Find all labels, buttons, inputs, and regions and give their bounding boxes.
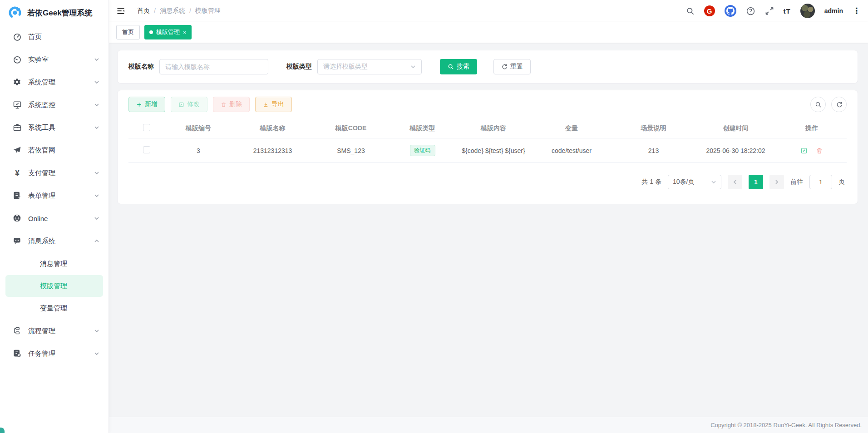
cell-variables: code/test/user xyxy=(531,138,612,163)
tag-label: 模版管理 xyxy=(156,28,180,36)
sidebar-item-tasks[interactable]: 任务管理 xyxy=(0,342,108,365)
show-search-button[interactable] xyxy=(810,97,826,112)
sidebar-item-label: 实验室 xyxy=(28,55,88,64)
sidebar-item-message-system[interactable]: 消息系统 xyxy=(0,230,108,252)
toolbox-icon xyxy=(13,123,22,132)
table-header-row: 模版编号 模版名称 模版CODE 模版类型 模版内容 变量 场景说明 创建时间 … xyxy=(128,118,847,138)
gear-icon xyxy=(13,78,22,87)
tag-active-dot-icon xyxy=(149,30,153,34)
template-name-input[interactable] xyxy=(159,59,268,74)
github-icon[interactable] xyxy=(725,5,736,17)
sidebar-subitem-message-manage[interactable]: 消息管理 xyxy=(0,252,108,275)
breadcrumb-separator: / xyxy=(189,7,191,15)
tag-home[interactable]: 首页 xyxy=(116,25,140,39)
chevron-up-icon xyxy=(94,238,99,244)
col-header-scene[interactable]: 场景说明 xyxy=(612,118,695,138)
select-all-checkbox[interactable] xyxy=(143,124,150,131)
sidebar-item-payment[interactable]: ¥ 支付管理 xyxy=(0,162,108,184)
sidebar-subitem-variable-manage[interactable]: 变量管理 xyxy=(0,297,108,320)
row-delete-icon[interactable] xyxy=(816,147,823,154)
col-header-created[interactable]: 创建时间 xyxy=(695,118,777,138)
table-panel: 新增 修改 删除 导出 xyxy=(117,90,858,204)
help-icon[interactable] xyxy=(746,6,755,16)
refresh-icon xyxy=(836,101,843,108)
sidebar-collapse-icon[interactable] xyxy=(116,6,125,15)
table-row[interactable]: 3 21312312313 SMS_123 验证码 ${code} ${test… xyxy=(128,138,847,163)
sidebar-item-label: 消息系统 xyxy=(28,237,88,246)
task-book-icon xyxy=(13,349,22,358)
sidebar-item-forms[interactable]: 表单管理 xyxy=(0,184,108,207)
col-header-variables[interactable]: 变量 xyxy=(531,118,612,138)
delete-button[interactable]: 删除 xyxy=(213,97,250,112)
sidebar-item-system-manage[interactable]: 系统管理 xyxy=(0,71,108,93)
row-checkbox[interactable] xyxy=(143,146,150,153)
search-panel: 模版名称 模版类型 请选择模版类型 搜索 重置 xyxy=(117,50,858,84)
breadcrumb-section: 消息系统 xyxy=(160,7,185,15)
breadcrumb-home[interactable]: 首页 xyxy=(137,7,150,15)
export-button-label: 导出 xyxy=(271,100,284,108)
close-icon[interactable]: × xyxy=(183,29,187,36)
search-icon[interactable] xyxy=(686,7,695,15)
pagination-total: 共 1 条 xyxy=(641,178,661,186)
col-header-type[interactable]: 模版类型 xyxy=(389,118,456,138)
add-button[interactable]: 新增 xyxy=(128,97,165,112)
sidebar-item-label: 系统监控 xyxy=(28,101,88,109)
current-page-button[interactable]: 1 xyxy=(749,175,763,189)
add-button-label: 新增 xyxy=(145,100,158,108)
chevron-down-icon xyxy=(94,125,99,130)
navbar-actions: G tT admin ⋮ xyxy=(686,4,861,18)
dashboard-icon xyxy=(13,32,22,41)
toolbar-right-actions xyxy=(810,97,847,112)
font-size-icon[interactable]: tT xyxy=(784,7,791,15)
page-size-value: 10条/页 xyxy=(673,178,694,186)
next-page-button[interactable] xyxy=(769,175,784,189)
breadcrumb: 首页 / 消息系统 / 模版管理 xyxy=(137,7,221,15)
page-size-select[interactable]: 10条/页 xyxy=(668,175,721,189)
chevron-down-icon xyxy=(94,102,99,108)
sidebar-subitem-template-manage[interactable]: 模版管理 xyxy=(5,275,103,297)
sidebar-item-system-monitor[interactable]: 系统监控 xyxy=(0,93,108,116)
avatar[interactable] xyxy=(800,4,815,18)
username[interactable]: admin xyxy=(824,7,843,15)
sidebar-item-official-site[interactable]: 若依官网 xyxy=(0,139,108,162)
search-button[interactable]: 搜索 xyxy=(440,59,477,74)
top-navbar: 首页 / 消息系统 / 模版管理 G tT admin ⋮ xyxy=(109,0,868,22)
row-actions xyxy=(779,147,845,154)
edit-button[interactable]: 修改 xyxy=(171,97,207,112)
goto-page-input[interactable] xyxy=(809,175,832,189)
prev-page-button[interactable] xyxy=(728,175,742,189)
copyright-text: Copyright © 2018-2025 RuoYi-Geek. All Ri… xyxy=(710,422,862,428)
sidebar-subitem-label: 模版管理 xyxy=(40,282,67,290)
chat-bubble-icon xyxy=(13,236,22,246)
col-header-id[interactable]: 模版编号 xyxy=(165,118,232,138)
sidebar-item-label: 若依官网 xyxy=(28,146,99,155)
breadcrumb-page: 模版管理 xyxy=(195,7,221,15)
sidebar-item-home[interactable]: 首页 xyxy=(0,25,108,48)
col-header-content[interactable]: 模版内容 xyxy=(456,118,531,138)
chevron-down-icon xyxy=(94,170,99,176)
sidebar-item-system-tools[interactable]: 系统工具 xyxy=(0,116,108,139)
sidebar-item-workflow[interactable]: 流程管理 xyxy=(0,320,108,342)
sidebar-item-lab[interactable]: 实验室 xyxy=(0,48,108,71)
reset-button-label: 重置 xyxy=(510,63,523,71)
yen-icon: ¥ xyxy=(13,168,22,178)
sidebar-item-label: 表单管理 xyxy=(28,192,88,200)
app-logo-row[interactable]: 若依Geek管理系统 xyxy=(0,0,108,25)
col-header-name[interactable]: 模版名称 xyxy=(232,118,313,138)
tag-template-manage[interactable]: 模版管理 × xyxy=(144,25,192,39)
search-icon xyxy=(448,64,454,70)
col-header-code[interactable]: 模版CODE xyxy=(313,118,389,138)
edit-button-label: 修改 xyxy=(187,100,200,108)
gitee-icon[interactable]: G xyxy=(704,5,715,16)
row-edit-icon[interactable] xyxy=(800,147,808,154)
sidebar-item-online[interactable]: Online xyxy=(0,207,108,230)
cell-scene: 213 xyxy=(612,138,695,163)
gauge-icon xyxy=(13,55,22,64)
kebab-menu-icon[interactable]: ⋮ xyxy=(853,7,861,15)
tags-bar: 首页 模版管理 × xyxy=(109,22,868,43)
export-button[interactable]: 导出 xyxy=(255,97,292,112)
fullscreen-icon[interactable] xyxy=(765,6,774,15)
refresh-table-button[interactable] xyxy=(831,97,847,112)
reset-button[interactable]: 重置 xyxy=(493,59,531,74)
template-type-select[interactable]: 请选择模版类型 xyxy=(317,59,422,74)
